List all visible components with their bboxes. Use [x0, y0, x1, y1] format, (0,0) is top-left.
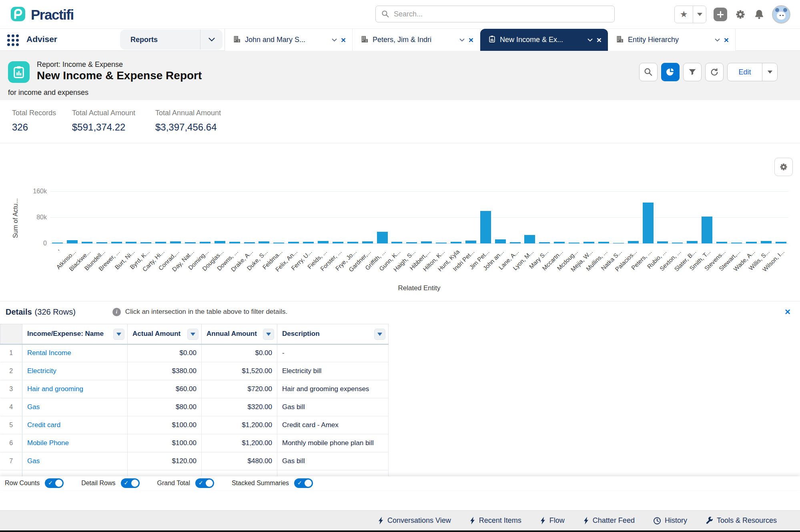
chevron-down-icon[interactable]	[459, 38, 465, 42]
app-launcher-icon[interactable]	[7, 34, 19, 46]
bar-Stewart,...[interactable]	[731, 243, 742, 243]
bar-Mejia, W...[interactable]	[583, 242, 594, 243]
nav-item-reports[interactable]: Reports	[120, 30, 223, 50]
bar-Conrad,...[interactable]	[170, 241, 181, 243]
utility-item-history[interactable]: History	[653, 516, 687, 525]
record-link[interactable]: Gas	[27, 457, 40, 465]
chevron-down-icon[interactable]	[587, 38, 593, 42]
user-avatar[interactable]	[772, 5, 790, 24]
chevron-down-icon[interactable]	[200, 30, 223, 50]
bar-Frye, Jo...[interactable]	[347, 242, 358, 243]
utility-item-flow[interactable]: Flow	[540, 516, 565, 525]
toggle-switch-stacked-summaries[interactable]: ✓	[294, 478, 313, 488]
utility-item-chatter-feed[interactable]: Chatter Feed	[583, 516, 635, 525]
report-search-button[interactable]	[639, 63, 658, 81]
edit-button[interactable]: Edit	[728, 63, 762, 81]
toggle-switch-grand-total[interactable]: ✓	[195, 478, 214, 488]
record-link[interactable]: Hair and grooming	[27, 385, 83, 393]
close-icon[interactable]: ×	[597, 36, 602, 44]
favorites-dropdown-icon[interactable]	[693, 6, 706, 23]
bar-Mcdoug...[interactable]	[569, 243, 579, 243]
bar-Hibbert,...[interactable]	[421, 241, 432, 243]
bar-Lane, A...[interactable]	[510, 242, 521, 243]
tab-entity-hierarchy[interactable]: Entity Hierarchy ×	[608, 29, 736, 51]
bar-Mullins, ...[interactable]	[598, 242, 609, 243]
tab-new-income-expense[interactable]: New Income & Ex... ×	[480, 29, 608, 51]
bar-Fields, ...[interactable]	[318, 241, 329, 243]
bar-Ferry, U...[interactable]	[303, 242, 314, 243]
bar-Felix, An...[interactable]	[288, 242, 299, 243]
bar-Downs, ...[interactable]	[229, 242, 240, 243]
bar-Jim Pet...[interactable]	[480, 211, 491, 243]
setup-gear-icon[interactable]	[734, 8, 746, 20]
global-search[interactable]	[375, 6, 615, 22]
search-input[interactable]	[394, 10, 609, 18]
bar-Haigh, S...[interactable]	[406, 242, 417, 243]
chevron-down-icon[interactable]	[715, 38, 720, 42]
record-link[interactable]: Electricity	[27, 367, 56, 375]
bar-Indri Pet...[interactable]	[465, 241, 476, 243]
bar-Natka S...[interactable]	[613, 243, 624, 244]
bar-Mary S...[interactable]	[539, 242, 550, 243]
bar-Griffith, ...[interactable]	[377, 232, 388, 243]
bar-'[interactable]	[52, 243, 63, 243]
bar-Palacios...[interactable]	[628, 241, 639, 243]
bar-Feldma...[interactable]	[273, 243, 284, 243]
bar-Burt, Ni...[interactable]	[126, 242, 136, 243]
bar-Willis, S...[interactable]	[761, 241, 772, 243]
tab-peters-jim-indri[interactable]: Peters, Jim & Indri ×	[353, 29, 480, 51]
close-icon[interactable]: ×	[724, 36, 729, 44]
bar-Sexton, ...[interactable]	[672, 243, 683, 243]
close-icon[interactable]: ×	[469, 36, 473, 44]
chevron-down-icon[interactable]	[332, 38, 337, 42]
filter-button[interactable]	[683, 63, 702, 81]
bar-Blundell...[interactable]	[96, 242, 107, 243]
bar-Forster, ...[interactable]	[333, 242, 343, 243]
close-icon[interactable]: ×	[341, 36, 346, 44]
global-add-icon[interactable]	[714, 8, 727, 21]
utility-item-tools-resources[interactable]: Tools & Resources	[706, 516, 777, 525]
bar-Gardner,...[interactable]	[362, 241, 373, 243]
edit-dropdown-icon[interactable]	[762, 63, 777, 81]
column-filter-icon[interactable]	[113, 329, 124, 340]
bar-Lyon, M...[interactable]	[524, 235, 535, 243]
bar-Drake, A...[interactable]	[244, 242, 255, 243]
practifi-logo[interactable]: Practifi	[10, 6, 74, 24]
column-header-name[interactable]: Income/Expense: Name	[22, 324, 128, 344]
bar-Wade, A...[interactable]	[746, 242, 757, 243]
bar-Smith, T...[interactable]	[702, 217, 712, 243]
bar-Atkinso...[interactable]	[67, 240, 78, 243]
refresh-button[interactable]	[705, 63, 724, 81]
bar-John an...[interactable]	[495, 239, 506, 243]
record-link[interactable]: Mobile Phone	[27, 439, 69, 447]
toggle-switch-detail-rows[interactable]: ✓	[121, 478, 140, 488]
chart-toggle-button[interactable]	[661, 63, 680, 81]
bar-Byrd, K...[interactable]	[140, 242, 151, 243]
bar-Wilson, I...[interactable]	[776, 242, 786, 243]
bar-Douglas...[interactable]	[215, 241, 225, 244]
column-filter-icon[interactable]	[187, 329, 198, 340]
bar-Slater, B...[interactable]	[687, 241, 698, 243]
notifications-bell-icon[interactable]	[754, 9, 765, 20]
bar-Gunn, K...[interactable]	[391, 242, 402, 243]
bar-Doming...[interactable]	[200, 242, 211, 243]
column-filter-icon[interactable]	[374, 329, 385, 340]
bar-Day, Nat...[interactable]	[185, 242, 196, 243]
bar-Stevens...[interactable]	[716, 242, 727, 243]
tab-john-and-mary[interactable]: John and Mary S... ×	[225, 29, 353, 51]
toggle-switch-row-counts[interactable]: ✓	[45, 478, 64, 488]
bar-Hilton, K...[interactable]	[436, 243, 447, 243]
bar-Blackwe...[interactable]	[82, 242, 92, 243]
record-link[interactable]: Credit card	[27, 421, 60, 429]
favorites-star-icon[interactable]: ★	[675, 6, 693, 23]
column-filter-icon[interactable]	[263, 329, 274, 340]
bar-Duke, S...[interactable]	[259, 241, 269, 243]
bar-Rubio, ...[interactable]	[657, 241, 668, 243]
bar-Carty, Hi...[interactable]	[155, 242, 166, 243]
column-header-annual-amount[interactable]: Annual Amount	[202, 324, 277, 344]
bar-Peters, ...[interactable]	[643, 203, 654, 243]
record-link[interactable]: Gas	[27, 403, 40, 411]
bar-Brewer, ...[interactable]	[111, 242, 122, 243]
utility-item-recent-items[interactable]: Recent Items	[469, 516, 521, 525]
bar-Hunt, Kyla[interactable]	[451, 242, 461, 243]
